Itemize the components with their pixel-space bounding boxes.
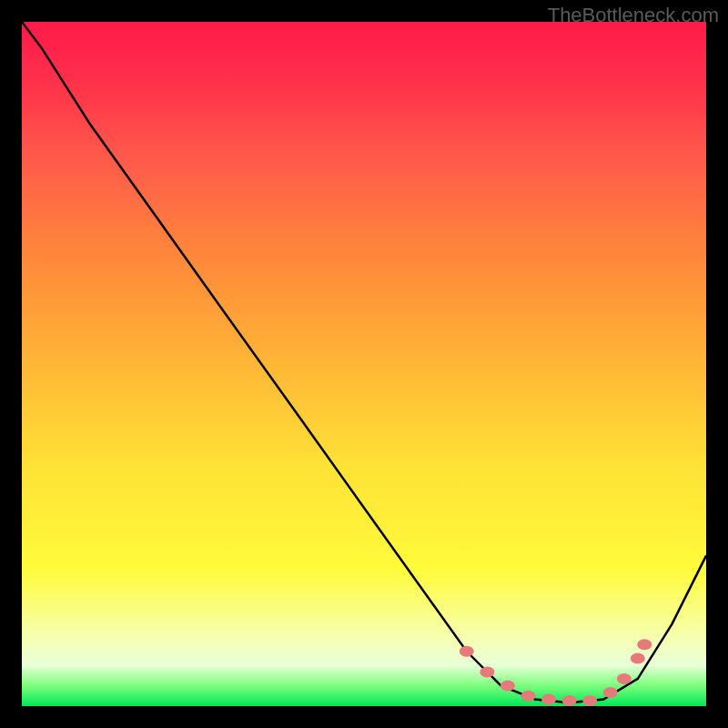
chart-background: [22, 22, 706, 706]
watermark-text: TheBottleneck.com: [548, 4, 719, 27]
